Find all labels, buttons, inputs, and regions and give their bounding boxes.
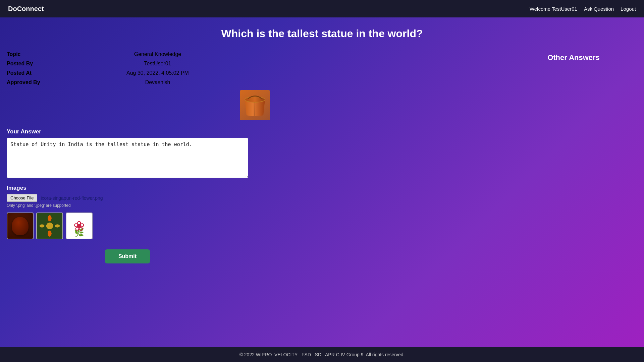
navbar: DoConnect Welcome TestUser01 Ask Questio… bbox=[0, 0, 644, 17]
file-input-row: Choose File ixora-singapuri-red-flower.p… bbox=[7, 194, 503, 202]
left-panel: Topic General Knowledge Posted By TestUs… bbox=[7, 50, 503, 263]
main-content: Which is the tallest statue in the world… bbox=[0, 17, 644, 347]
images-section: Images Choose File ixora-singapuri-red-f… bbox=[7, 185, 503, 239]
submit-row: Submit bbox=[7, 249, 248, 263]
question-image bbox=[240, 90, 270, 120]
approved-by-value: Devashish bbox=[67, 78, 248, 87]
posted-by-value: TestUser01 bbox=[67, 59, 248, 68]
approved-by-label: Approved By bbox=[7, 78, 67, 87]
bucket-icon bbox=[240, 90, 270, 120]
posted-at-value: Aug 30, 2022, 4:05:02 PM bbox=[67, 69, 248, 77]
brand-logo: DoConnect bbox=[8, 5, 44, 13]
topic-label: Topic bbox=[7, 50, 67, 59]
file-hint: Only '.png' and '.jpeg' are supported bbox=[7, 203, 503, 208]
right-panel: Other Answers bbox=[510, 50, 637, 263]
question-image-container bbox=[7, 90, 503, 120]
thumbnail-1 bbox=[7, 213, 34, 239]
posted-at-label: Posted At bbox=[7, 69, 67, 77]
images-label: Images bbox=[7, 185, 503, 191]
thumbnails-row bbox=[7, 213, 503, 239]
other-answers-title: Other Answers bbox=[510, 50, 637, 62]
ask-question-link[interactable]: Ask Question bbox=[584, 6, 614, 12]
navbar-right: Welcome TestUser01 Ask Question Logout bbox=[530, 6, 636, 12]
logout-link[interactable]: Logout bbox=[621, 6, 636, 12]
file-name: ixora-singapuri-red-flower.png bbox=[41, 195, 103, 201]
topic-value: General Knowledge bbox=[67, 50, 248, 59]
question-meta: Topic General Knowledge Posted By TestUs… bbox=[7, 50, 248, 87]
choose-file-button[interactable]: Choose File bbox=[7, 194, 37, 202]
welcome-text: Welcome TestUser01 bbox=[530, 6, 577, 12]
posted-by-label: Posted By bbox=[7, 59, 67, 68]
question-title: Which is the tallest statue in the world… bbox=[7, 27, 637, 40]
submit-button[interactable]: Submit bbox=[105, 249, 150, 263]
thumbnail-3 bbox=[66, 213, 93, 239]
content-area: Topic General Knowledge Posted By TestUs… bbox=[7, 50, 637, 263]
footer-text: © 2022 WIPRO_VELOCITY_ FSD_ SD_ APR C IV… bbox=[239, 352, 405, 357]
your-answer-label: Your Answer bbox=[7, 128, 503, 135]
answer-textarea[interactable] bbox=[7, 138, 248, 178]
footer: © 2022 WIPRO_VELOCITY_ FSD_ SD_ APR C IV… bbox=[0, 347, 644, 362]
thumbnail-2 bbox=[36, 213, 63, 239]
svg-line-2 bbox=[255, 102, 255, 116]
